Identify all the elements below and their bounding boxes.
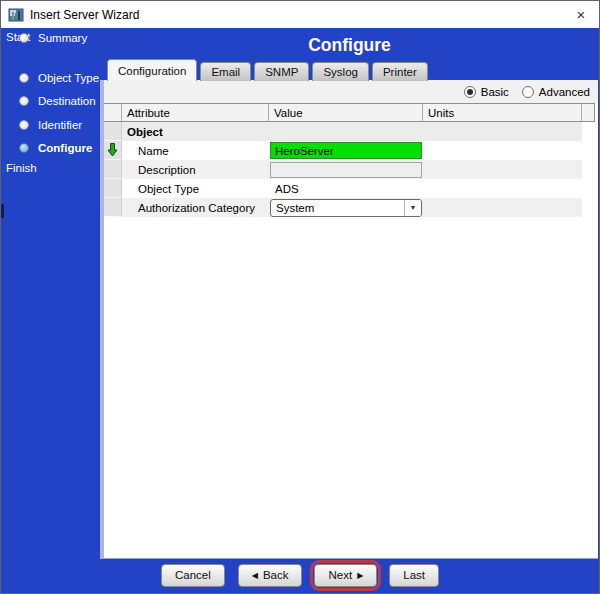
close-icon[interactable]: × — [563, 1, 599, 28]
radio-advanced[interactable] — [522, 86, 534, 98]
page-title: Configure — [101, 33, 598, 57]
table-row-description: Description — [104, 160, 582, 179]
tab-syslog[interactable]: Syslog — [312, 62, 369, 81]
sidebar-item-label: Identifier — [38, 119, 82, 131]
units-cell — [423, 122, 582, 141]
dropdown-selected-value: System — [271, 200, 404, 216]
app-icon — [8, 7, 24, 23]
radio-basic-label: Basic — [481, 86, 509, 98]
cancel-button-label: Cancel — [175, 569, 211, 581]
column-header-attribute: Attribute — [122, 104, 269, 121]
units-cell — [423, 198, 582, 217]
row-selector-cell — [104, 141, 122, 160]
table-header-row: Attribute Value Units — [104, 103, 595, 122]
value-cell — [269, 160, 423, 179]
units-cell — [423, 160, 582, 179]
back-arrow-icon: ◀ — [252, 571, 258, 580]
value-cell: HeroServer — [269, 141, 423, 160]
insert-server-wizard-window: Insert Server Wizard × Start Object Type… — [0, 0, 600, 594]
row-selector-cell — [104, 198, 122, 217]
sidebar-item-configure[interactable]: Configure — [1, 138, 101, 158]
group-label: Object — [122, 122, 269, 141]
sidebar-item-object-type[interactable]: Object Type — [1, 68, 101, 88]
radio-basic[interactable] — [464, 86, 476, 98]
title-bar: Insert Server Wizard × — [1, 1, 599, 28]
units-cell — [423, 141, 582, 160]
tab-content-panel: Basic Advanced Attribute Value Units Obj… — [100, 80, 598, 559]
sidebar-item-summary[interactable]: Summary — [1, 28, 101, 48]
table-row-object-type: Object Type ADS — [104, 179, 582, 198]
window-title: Insert Server Wizard — [30, 8, 139, 22]
step-bullet-icon — [19, 73, 29, 83]
back-button-label: Back — [263, 569, 289, 581]
column-header-units: Units — [423, 104, 582, 121]
row-selector-cell — [104, 160, 122, 179]
tab-snmp[interactable]: SNMP — [254, 62, 309, 81]
sidebar-item-label: Object Type — [38, 72, 99, 84]
object-type-value: ADS — [269, 179, 423, 198]
sidebar-item-destination[interactable]: Destination — [1, 91, 101, 111]
sidebar-item-label: Destination — [38, 95, 96, 107]
attribute-table: Attribute Value Units Object — [104, 103, 595, 217]
attribute-label-description: Description — [122, 160, 269, 179]
next-button-highlight-ring: Next ▶ — [310, 560, 381, 591]
table-row-group-object: Object — [104, 122, 582, 141]
mode-selector-row: Basic Advanced — [104, 80, 598, 103]
next-button-label: Next — [328, 569, 352, 581]
edge-notch — [1, 204, 4, 218]
authorization-category-dropdown[interactable]: System ▼ — [270, 199, 422, 217]
tab-bar: Configuration Email SNMP Syslog Printer — [107, 59, 428, 81]
sidebar-item-label: Summary — [38, 32, 87, 44]
step-bullet-icon — [19, 96, 29, 106]
sidebar-finish-label: Finish — [6, 162, 37, 174]
step-bullet-icon-active — [19, 143, 29, 153]
attribute-label-authorization-category: Authorization Category — [122, 198, 269, 217]
value-cell: System ▼ — [269, 198, 423, 217]
current-row-arrow-icon — [107, 143, 118, 157]
last-button[interactable]: Last — [389, 564, 439, 587]
tab-printer[interactable]: Printer — [372, 62, 428, 81]
units-cell — [423, 179, 582, 198]
column-header-value: Value — [269, 104, 423, 121]
row-selector-cell — [104, 179, 122, 198]
step-bullet-icon — [19, 33, 29, 43]
table-row-authorization-category: Authorization Category System ▼ — [104, 198, 582, 217]
value-cell — [269, 122, 423, 141]
step-bullet-icon — [19, 120, 29, 130]
wizard-body: Start Object Type Destination Identifier… — [1, 28, 599, 593]
spacer-column-header — [582, 104, 594, 121]
cancel-button[interactable]: Cancel — [161, 564, 225, 587]
attribute-label-object-type: Object Type — [122, 179, 269, 198]
attribute-label-name: Name — [122, 141, 269, 160]
last-button-label: Last — [403, 569, 425, 581]
tab-email[interactable]: Email — [200, 62, 251, 81]
next-arrow-icon: ▶ — [357, 571, 363, 580]
radio-advanced-label: Advanced — [539, 86, 590, 98]
next-button[interactable]: Next ▶ — [314, 564, 377, 587]
sidebar-item-label: Configure — [38, 142, 92, 154]
chevron-down-icon[interactable]: ▼ — [404, 200, 421, 216]
name-field[interactable]: HeroServer — [270, 142, 422, 159]
row-selector-cell — [104, 122, 122, 141]
table-row-name: Name HeroServer — [104, 141, 582, 160]
row-selector-column-header — [104, 104, 122, 121]
wizard-button-bar: Cancel ◀ Back Next ▶ Last — [1, 557, 599, 593]
description-field[interactable] — [270, 162, 422, 178]
sidebar-item-identifier[interactable]: Identifier — [1, 115, 101, 135]
back-button[interactable]: ◀ Back — [238, 564, 303, 587]
tab-configuration[interactable]: Configuration — [107, 59, 197, 81]
